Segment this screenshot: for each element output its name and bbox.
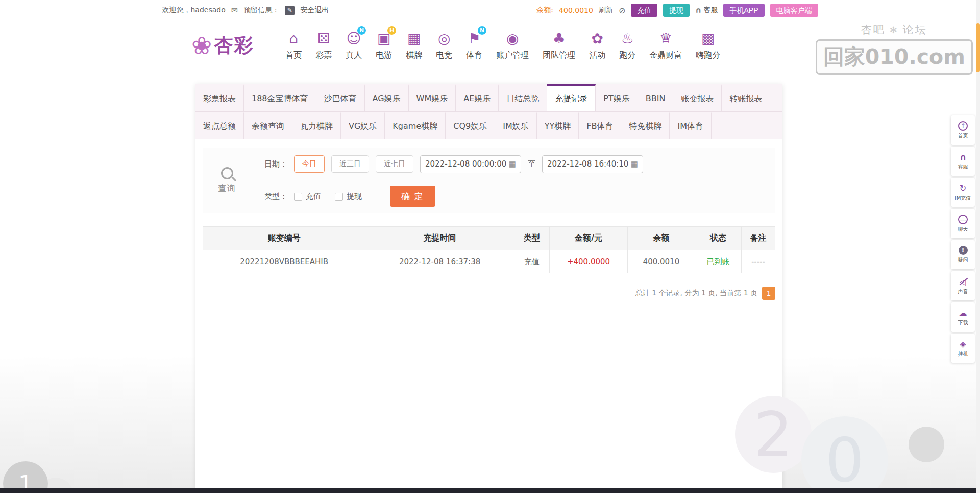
nav-item-sports[interactable]: ⚑ N 体育 <box>466 30 482 61</box>
nav-item-home[interactable]: ⌂ 首页 <box>285 30 302 61</box>
tab-bbin[interactable]: BBIN <box>638 84 674 111</box>
tab-wm-entertainment[interactable]: WM娱乐 <box>409 84 456 111</box>
nav-item-label: 彩票 <box>315 50 332 61</box>
wealth-icon: ♛ <box>659 30 672 48</box>
board-games-icon: ▦ <box>407 30 421 48</box>
tab-lottery-report[interactable]: 彩票报表 <box>195 84 244 111</box>
side-item-customer-service[interactable]: ∩ 客服 <box>951 147 975 176</box>
confirm-button[interactable]: 确 定 <box>390 186 435 207</box>
lottery-icon: ⚄ <box>317 30 330 48</box>
tab-daily-summary[interactable]: 日结总览 <box>499 84 547 111</box>
nav-badge-n: N <box>357 26 366 35</box>
nav-item-lottery[interactable]: ⚄ 彩票 <box>315 30 332 61</box>
tab-balance-query[interactable]: 余额查询 <box>244 112 292 139</box>
page-1-button[interactable]: 1 <box>762 287 775 300</box>
header-time: 充提时间 <box>365 227 514 250</box>
brand-logo[interactable]: ❀ 杏彩 <box>191 33 254 58</box>
withdraw-checkbox[interactable] <box>335 193 343 201</box>
im-recharge-icon: ↻ <box>960 183 966 193</box>
headset-icon: ∩ <box>695 6 701 15</box>
cell-record-id: 20221208VBBBEEAHIB <box>203 250 365 273</box>
search-icon <box>221 167 233 179</box>
tab-cq9-entertainment[interactable]: CQ9娱乐 <box>446 112 495 139</box>
nav-badge-n: N <box>478 26 486 35</box>
nav-item-label: 账户管理 <box>496 50 529 61</box>
side-item-hangup[interactable]: ◈ 挂机 <box>951 334 975 363</box>
refresh-link[interactable]: 刷新 <box>599 6 613 15</box>
nav-item-label: 电游 <box>376 50 392 61</box>
envelope-icon[interactable]: ✉ <box>231 6 238 15</box>
side-item-label: 挂机 <box>958 350 968 358</box>
nav-item-live[interactable]: ☺ N 真人 <box>346 30 362 61</box>
eye-off-icon[interactable]: ⊘ <box>619 6 625 15</box>
tab-188jinbaobo-sports[interactable]: 188金宝博体育 <box>244 84 316 111</box>
tab-im-entertainment[interactable]: IM娱乐 <box>495 112 537 139</box>
footer-strip <box>0 488 980 493</box>
nav-item-team-management[interactable]: ♣ 团队管理 <box>543 30 575 61</box>
pagination: 总计 1 个记录, 分为 1 页, 当前第 1 页 1 <box>203 287 775 300</box>
deposit-button[interactable]: 充值 <box>631 4 657 17</box>
side-item-label: 首页 <box>958 132 968 139</box>
tab-kgame-board[interactable]: Kgame棋牌 <box>385 112 446 139</box>
topbar: 欢迎您，hadesado ✉ 预留信息： ✎ 安全退出 余额: 400.0010… <box>162 0 818 20</box>
quick-7days-button[interactable]: 近七日 <box>376 155 413 173</box>
header-remark: 备注 <box>741 227 775 250</box>
customer-service-link[interactable]: ∩ 客服 <box>695 6 718 15</box>
tab-wali-board[interactable]: 瓦力棋牌 <box>292 112 341 139</box>
cell-type: 充值 <box>514 250 550 273</box>
edit-icon[interactable]: ✎ <box>285 6 295 15</box>
tab-account-change-report[interactable]: 账变报表 <box>673 84 722 111</box>
nav-item-account-management[interactable]: ◉ 账户管理 <box>496 30 529 61</box>
mobile-app-button[interactable]: 手机APP <box>723 4 764 17</box>
balance-label: 余额: <box>536 6 553 15</box>
scrollbar-thumb[interactable] <box>976 23 980 72</box>
deposit-checkbox[interactable] <box>294 193 302 201</box>
quick-today-button[interactable]: 今日 <box>294 155 325 173</box>
nav-item-paofen[interactable]: ♨ 跑分 <box>619 30 635 61</box>
tab-yy-board[interactable]: YY棋牌 <box>537 112 579 139</box>
nav-item-board-games[interactable]: ▦ 棋牌 <box>406 30 422 61</box>
flower-icon: ❀ <box>191 33 212 58</box>
tab-transfer-report[interactable]: 转账报表 <box>722 84 770 111</box>
nav-item-activity[interactable]: ✿ 活动 <box>589 30 605 61</box>
pagination-summary: 总计 1 个记录, 分为 1 页, 当前第 1 页 <box>635 289 757 298</box>
tab-ae-entertainment[interactable]: AE娱乐 <box>456 84 499 111</box>
deposit-checkbox-label[interactable]: 充值 <box>306 192 321 201</box>
side-item-question[interactable]: ! 疑问 <box>951 240 975 269</box>
side-item-download[interactable]: ☁ 下载 <box>951 302 975 332</box>
site-watermark: 杏吧 ✻ 论坛 回家010.com <box>816 22 973 75</box>
cell-remark: ----- <box>741 250 775 273</box>
quick-3days-button[interactable]: 近三日 <box>331 155 369 173</box>
withdraw-checkbox-label[interactable]: 提现 <box>347 192 362 201</box>
side-item-home[interactable]: ↑ 首页 <box>951 115 975 145</box>
nav-item-egame[interactable]: ▣ H 电游 <box>376 30 392 61</box>
main-nav: ⌂ 首页 ⚄ 彩票 ☺ N 真人 ▣ H 电游 ▦ 棋牌 <box>285 30 720 61</box>
tab-ag-entertainment[interactable]: AG娱乐 <box>365 84 409 111</box>
date-from-input[interactable]: 2022-12-08 00:00:00 ▦ <box>420 155 521 173</box>
nav-item-esports[interactable]: ◎ 电竞 <box>436 30 452 61</box>
nav-item-hi-paofen[interactable]: ▩ 嗨跑分 <box>696 30 720 61</box>
download-cloud-icon: ☁ <box>959 308 967 318</box>
brand-name: 杏彩 <box>214 33 254 58</box>
side-item-chat[interactable]: … 聊天 <box>951 209 975 238</box>
side-item-label: 客服 <box>958 163 968 171</box>
side-item-label: 聊天 <box>958 226 968 233</box>
date-to-input[interactable]: 2022-12-08 16:40:10 ▦ <box>542 155 643 173</box>
tab-im-sports[interactable]: IM体育 <box>670 112 712 139</box>
tab-rebate-total[interactable]: 返点总额 <box>195 112 244 139</box>
tab-fb-sports[interactable]: FB体育 <box>579 112 621 139</box>
tab-shaba-sports[interactable]: 沙巴体育 <box>316 84 365 111</box>
pc-client-button[interactable]: 电脑客户端 <box>770 4 818 17</box>
side-item-sound[interactable]: ◁ 声音 <box>951 271 975 300</box>
tab-vg-entertainment[interactable]: VG娱乐 <box>341 112 385 139</box>
tab-deposit-withdraw-records[interactable]: 充提记录 <box>547 84 596 111</box>
nav-item-jinding-wealth[interactable]: ♛ 金鼎财富 <box>649 30 682 61</box>
decor-balloon-0: 0 <box>801 416 888 493</box>
side-item-label: 声音 <box>958 288 968 295</box>
scrollbar-track[interactable] <box>976 0 980 493</box>
logout-link[interactable]: 安全退出 <box>300 6 329 15</box>
tab-pt-entertainment[interactable]: PT娱乐 <box>596 84 638 111</box>
side-item-im-recharge[interactable]: ↻ IM充值 <box>951 178 975 207</box>
tab-temian-board[interactable]: 特免棋牌 <box>621 112 670 139</box>
withdraw-button[interactable]: 提现 <box>663 4 690 17</box>
